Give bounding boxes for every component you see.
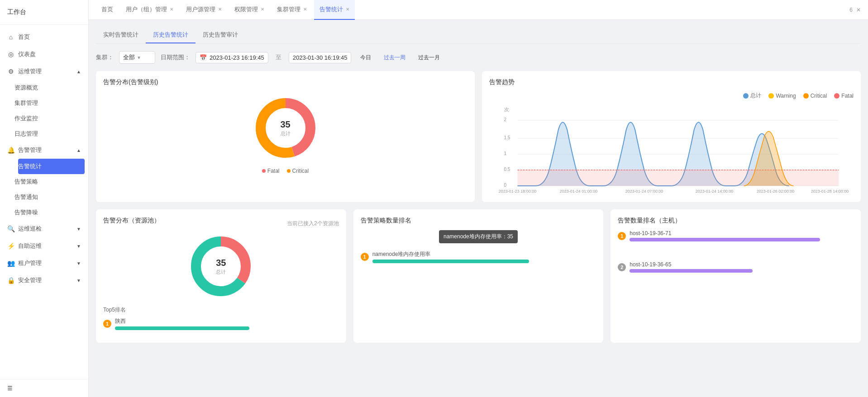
sidebar-group-auto-ops[interactable]: ⚡ 自助运维 ▼	[0, 237, 88, 255]
shortcut-today[interactable]: 今日	[357, 52, 375, 63]
security-icon: 🔒	[7, 277, 14, 284]
sidebar-item-label: 告警策略	[14, 178, 38, 186]
tab-cluster[interactable]: 集群管理 ✕	[272, 0, 312, 20]
tab-home[interactable]: 首页	[96, 0, 119, 20]
rank-number: 1	[103, 320, 111, 328]
sidebar-group-alert[interactable]: 🔔 告警管理 ▲	[0, 142, 88, 159]
sidebar-item-label: 首页	[18, 33, 30, 41]
host-ranking-item-2: 2 host-10-19-36-65	[618, 261, 854, 273]
sidebar-item-alert-suppress[interactable]: 告警降噪	[14, 205, 88, 220]
tabs-bar: 首页 用户（组）管理 ✕ 用户源管理 ✕ 权限管理 ✕ 集群管理 ✕ 告警统计 …	[89, 0, 868, 20]
critical-dot	[287, 169, 291, 173]
tab-close-icon[interactable]: ✕	[218, 7, 222, 12]
sidebar-group-tenant[interactable]: 👥 租户管理 ▼	[0, 255, 88, 272]
sidebar-item-log[interactable]: 日志管理	[14, 126, 88, 142]
sub-tabs: 实时告警统计 历史告警统计 历史告警审计	[96, 27, 861, 44]
rank-bar	[115, 326, 249, 330]
auto-ops-icon: ⚡	[7, 242, 14, 250]
sidebar-item-dashboard[interactable]: ◎ 仪表盘	[0, 46, 88, 63]
sidebar-item-resource[interactable]: 资源概览	[14, 80, 88, 95]
cluster-select[interactable]: 全部 ▼	[119, 51, 155, 64]
sub-tab-realtime[interactable]: 实时告警统计	[96, 27, 146, 43]
chevron-down-icon: ▼	[76, 261, 81, 266]
svg-text:次: 次	[504, 107, 509, 112]
sidebar-group-ops[interactable]: ⚙ 运维管理 ▲	[0, 63, 88, 80]
sub-tab-audit[interactable]: 历史告警审计	[196, 27, 245, 43]
tenant-icon: 👥	[7, 260, 14, 267]
donut-chart: 35 总计	[249, 92, 322, 164]
donut-total-label: 总计	[216, 269, 226, 274]
svg-text:2: 2	[504, 117, 507, 122]
sidebar-item-alert-notify[interactable]: 告警通知	[14, 189, 88, 205]
chevron-down-icon: ▼	[76, 227, 81, 232]
cards-row-2: 告警分布（资源池） 当前已接入2个资源池 35 总计	[96, 209, 861, 343]
rank-label: namenode堆内存使用率	[372, 250, 596, 258]
policy-rank-card: 告警策略数量排名 namenode堆内存使用率：35 1 namenode堆内存…	[353, 209, 604, 343]
sidebar-logo: 工作台	[0, 0, 88, 25]
tab-close-icon[interactable]: ✕	[303, 7, 307, 12]
tab-alert-stat[interactable]: 告警统计 ✕	[314, 0, 355, 20]
sub-tab-history[interactable]: 历史告警统计	[146, 27, 196, 43]
sidebar-group-security[interactable]: 🔒 安全管理 ▼	[0, 272, 88, 289]
legend-warning: Warning	[768, 92, 796, 99]
sidebar-item-alert-policy[interactable]: 告警策略	[14, 174, 88, 189]
rank-number: 2	[618, 263, 626, 271]
sidebar-item-label: 告警统计	[18, 162, 42, 170]
resource-pool-card: 告警分布（资源池） 当前已接入2个资源池 35 总计	[96, 209, 346, 343]
shortcut-month[interactable]: 过去一月	[415, 52, 444, 63]
trend-legend: 总计 Warning Critical Fatal	[489, 92, 854, 99]
tab-label: 用户源管理	[186, 5, 215, 14]
sidebar-item-alert-stat[interactable]: 告警统计	[18, 159, 85, 174]
date-end-picker[interactable]: 2023-01-30 16:19:45	[289, 52, 352, 63]
rank-bar	[630, 269, 753, 273]
sidebar-group-label: 运维巡检	[18, 225, 42, 233]
sidebar-item-home[interactable]: ⌂ 首页	[0, 28, 88, 46]
date-separator: 至	[274, 53, 283, 61]
resource-donut-container: 35 总计	[103, 230, 339, 302]
tab-close-icon[interactable]: ✕	[261, 7, 264, 12]
sub-tab-label: 历史告警审计	[203, 31, 238, 38]
sidebar-group-patrol[interactable]: 🔍 运维巡检 ▼	[0, 220, 88, 237]
svg-text:2023-01-24 01:00:00: 2023-01-24 01:00:00	[560, 189, 598, 194]
date-start-picker[interactable]: 📅 2023-01-23 16:19:45	[196, 52, 268, 63]
donut-legend: Fatal Critical	[262, 168, 309, 174]
cluster-label: 集群：	[96, 53, 114, 61]
warning-label: Warning	[776, 93, 796, 99]
rank-number: 1	[361, 253, 369, 261]
cards-row-1: 告警分布(告警级别) 35 总计	[96, 71, 861, 202]
svg-rect-13	[518, 170, 839, 186]
tooltip-area: namenode堆内存使用率：35	[361, 230, 596, 243]
sidebar-group-label: 自助运维	[18, 242, 42, 250]
tab-close-icon[interactable]: ✕	[170, 7, 173, 12]
tab-permission[interactable]: 权限管理 ✕	[229, 0, 270, 20]
total-dot	[743, 93, 749, 99]
sidebar-item-label: 告警通知	[14, 193, 38, 201]
filter-bar: 集群： 全部 ▼ 日期范围： 📅 2023-01-23 16:19:45 至 2…	[96, 51, 861, 64]
rank-bar-wrap: 陕西	[115, 317, 339, 330]
tab-close-all-icon[interactable]: ✕	[856, 7, 861, 13]
shortcut-week[interactable]: 过去一周	[380, 52, 409, 63]
sidebar-item-cluster[interactable]: 集群管理	[14, 95, 88, 111]
date-label: 日期范围：	[161, 53, 190, 61]
tab-close-icon[interactable]: ✕	[346, 7, 349, 12]
tab-user-group[interactable]: 用户（组）管理 ✕	[120, 0, 179, 20]
sidebar-item-label: 告警降噪	[14, 208, 38, 217]
sidebar-footer[interactable]: ☰	[0, 379, 88, 397]
tab-user-source[interactable]: 用户源管理 ✕	[181, 0, 227, 20]
svg-text:2023-01-28 14:00:00: 2023-01-28 14:00:00	[811, 189, 849, 194]
legend-fatal: Fatal	[834, 92, 854, 99]
total-label: 总计	[750, 92, 761, 99]
donut-label: 35 总计	[216, 258, 226, 275]
sidebar-item-label: 集群管理	[14, 99, 38, 107]
resource-pool-title: 告警分布（资源池）	[103, 217, 160, 225]
trend-chart: 次 2 1.5 1 0.5 0	[489, 103, 854, 194]
sidebar-item-job[interactable]: 作业监控	[14, 111, 88, 126]
svg-text:2023-01-24 07:00:00: 2023-01-24 07:00:00	[625, 189, 663, 194]
chevron-down-icon: ▼	[137, 55, 141, 60]
sidebar-item-label: 仪表盘	[18, 50, 36, 58]
donut-total: 35	[216, 258, 226, 268]
sidebar-menu: ⌂ 首页 ◎ 仪表盘 ⚙ 运维管理 ▲ 资源概览 集群管理 作业监控 日志管理	[0, 25, 88, 379]
policy-ranking-item-1: 1 namenode堆内存使用率	[361, 250, 596, 263]
date-start-value: 2023-01-23 16:19:45	[210, 54, 264, 61]
tab-count: 6	[849, 7, 853, 13]
